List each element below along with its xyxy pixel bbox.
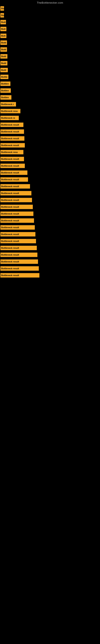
bar-row: Bottleneck result — [0, 244, 100, 251]
bar-row: Bottleneck result — [0, 258, 100, 265]
bar-label: Bottleneck result — [0, 273, 39, 278]
bar-row: Bottleneck resu — [0, 108, 100, 114]
bar-label: Bott — [0, 20, 6, 24]
bar-label: Bottleneck result — [0, 225, 35, 230]
bar-row: Bottleneck result — [0, 121, 100, 128]
bar-label: Bottleneck result — [0, 191, 31, 196]
bar-row: Bott — [0, 32, 100, 39]
bars-container: BoBoBottBottBottBottlBottlBottlBottlBott… — [0, 5, 100, 279]
bar-row: Bottleneck result — [0, 204, 100, 210]
bar-row: Bottleneck result — [0, 169, 100, 176]
bar-row: Bottleneck result — [0, 176, 100, 183]
bar-label: Bottlen — [0, 88, 11, 93]
bar-label: Bottleneck resu — [0, 109, 20, 113]
bar-label: Bottleneck result — [0, 157, 24, 161]
bar-label: Bottleneck result — [0, 170, 27, 175]
bar-label: Bottleneck re — [0, 116, 19, 120]
bar-row: Bottleneck result — [0, 210, 100, 217]
bar-label: Bottleneck resu — [0, 150, 23, 154]
bar-row: Bottleneck result — [0, 217, 100, 224]
bar-label: Bottl — [0, 40, 7, 45]
bar-label: Bott — [0, 34, 6, 38]
bar-row: Bottleneck result — [0, 128, 100, 135]
bar-label: Bottle — [0, 75, 8, 79]
bar-label: Bottl — [0, 47, 7, 52]
bar-label: Bottleneck result — [0, 164, 25, 168]
bar-label: Bottlen — [0, 95, 11, 100]
bar-label: Bottleneck result — [0, 260, 38, 264]
bar-row: Bottlen — [0, 94, 100, 101]
bar-row: Bottleneck result — [0, 265, 100, 272]
bar-label: Bottleneck result — [0, 239, 36, 243]
bar-row: Bottleneck resu — [0, 149, 100, 156]
bar-row: Bottleneck re — [0, 114, 100, 121]
bar-row: Bottlen — [0, 80, 100, 87]
bar-row: Bottleneck result — [0, 190, 100, 196]
bar-row: Bottleneck result — [0, 196, 100, 204]
bar-row: Bottl — [0, 46, 100, 53]
bar-label: Bottleneck result — [0, 122, 23, 127]
bar-label: Bottl — [0, 54, 7, 58]
bar-label: Bo — [0, 13, 4, 18]
bar-row: Bottleneck r — [0, 101, 100, 108]
bar-row: Bottle — [0, 74, 100, 80]
bar-row: Bottleneck result — [0, 162, 100, 169]
bar-label: Bottleneck r — [0, 102, 16, 106]
bar-label: Bott — [0, 27, 6, 31]
bar-row: Bo — [0, 5, 100, 12]
bar-row: Bottleneck result — [0, 156, 100, 162]
bar-row: Bottl — [0, 66, 100, 74]
bar-label: Bottleneck result — [0, 205, 33, 209]
bar-label: Bottlen — [0, 82, 10, 86]
bar-label: Bottleneck result — [0, 130, 24, 134]
bar-label: Bottleneck result — [0, 177, 28, 182]
bar-label: Bottleneck result — [0, 143, 25, 148]
bar-row: Bottleneck result — [0, 183, 100, 190]
bar-label: Bottleneck result — [0, 136, 24, 141]
bar-label: Bottleneck result — [0, 266, 39, 271]
bar-label: Bottleneck result — [0, 212, 33, 216]
bar-row: Bott — [0, 26, 100, 32]
bar-row: Bottlen — [0, 87, 100, 94]
bar-row: Bottl — [0, 60, 100, 66]
bar-row: Bott — [0, 19, 100, 26]
bar-label: Bottl — [0, 68, 8, 72]
bar-row: Bottleneck result — [0, 272, 100, 279]
bar-label: Bottleneck result — [0, 252, 37, 257]
bar-row: Bottleneck result — [0, 142, 100, 149]
bar-row: Bottl — [0, 39, 100, 46]
site-title: TheBottlenecker.com — [0, 0, 100, 5]
bar-label: Bottleneck result — [0, 246, 37, 250]
bar-row: Bottleneck result — [0, 224, 100, 231]
bar-row: Bo — [0, 12, 100, 19]
bar-label: Bottleneck result — [0, 198, 32, 202]
bar-row: Bottleneck result — [0, 135, 100, 142]
bar-row: Bottleneck result — [0, 231, 100, 238]
bar-label: Bottleneck result — [0, 218, 34, 223]
bar-label: Bottleneck result — [0, 184, 30, 188]
bar-row: Bottleneck result — [0, 238, 100, 244]
bar-label: Bottl — [0, 61, 7, 66]
bar-label: Bottleneck result — [0, 232, 35, 236]
bar-label: Bo — [0, 6, 4, 11]
bar-row: Bottl — [0, 53, 100, 60]
bar-row: Bottleneck result — [0, 251, 100, 258]
